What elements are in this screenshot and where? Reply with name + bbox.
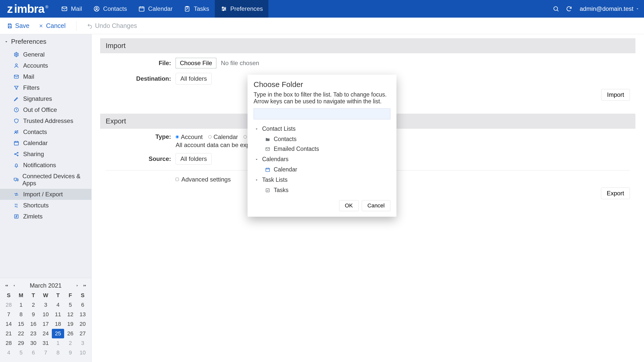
sidebar-item-out-of-office[interactable]: Out of Office: [0, 104, 91, 115]
sidebar-item-import-export[interactable]: Import / Export: [0, 189, 91, 200]
sidebar-item-contacts[interactable]: Contacts: [0, 126, 91, 138]
refresh-button[interactable]: [564, 3, 575, 14]
sidebar-item-filters[interactable]: Filters: [0, 82, 91, 93]
tab-contacts[interactable]: Contacts: [88, 0, 133, 18]
tab-preferences[interactable]: Preferences: [215, 0, 268, 18]
calendar-day[interactable]: 18: [52, 319, 64, 329]
ok-button[interactable]: OK: [339, 200, 359, 211]
tab-tasks[interactable]: Tasks: [178, 0, 215, 18]
sidebar-item-calendar[interactable]: Calendar: [0, 138, 91, 149]
calendar-prev-year[interactable]: [4, 283, 10, 289]
calendar-next-year[interactable]: [82, 283, 88, 289]
import-button[interactable]: Import: [601, 89, 630, 101]
calendar-day[interactable]: 23: [27, 329, 39, 338]
calendar-day[interactable]: 12: [64, 310, 76, 319]
calendar-day[interactable]: 7: [3, 310, 15, 319]
calendar-day[interactable]: 15: [15, 319, 27, 329]
calendar-day[interactable]: 28: [3, 338, 15, 348]
type-calendar-radio[interactable]: Calendar: [208, 133, 238, 141]
calendar-day[interactable]: 28: [3, 300, 15, 310]
calendar-day[interactable]: 9: [27, 310, 39, 319]
calendar-day[interactable]: 24: [39, 329, 52, 338]
tree-item[interactable]: Emailed Contacts: [254, 144, 388, 154]
source-chip[interactable]: All folders: [176, 153, 212, 165]
calendar-day[interactable]: 1: [15, 300, 27, 310]
calendar-day[interactable]: 29: [15, 338, 27, 348]
sidebar-item-connected-devices[interactable]: Connected Devices & Apps: [0, 171, 91, 189]
tree-item[interactable]: Contacts: [254, 134, 388, 144]
calendar-day[interactable]: 16: [27, 319, 39, 329]
calendar-day[interactable]: 26: [64, 329, 76, 338]
calendar-day[interactable]: 6: [76, 300, 89, 310]
choose-file-button[interactable]: Choose File: [176, 58, 216, 68]
advanced-settings-checkbox[interactable]: Advanced settings: [176, 176, 231, 183]
calendar-day[interactable]: 7: [39, 348, 52, 357]
sidebar-toggle[interactable]: Preferences: [0, 34, 91, 49]
calendar-day[interactable]: 21: [3, 329, 15, 338]
calendar-day[interactable]: 22: [15, 329, 27, 338]
calendar-day[interactable]: 10: [76, 348, 89, 357]
calendar-day[interactable]: 30: [27, 338, 39, 348]
type-account-radio[interactable]: Account: [176, 133, 203, 141]
tree-group[interactable]: Task Lists: [254, 174, 388, 185]
calendar-day[interactable]: 8: [15, 310, 27, 319]
export-button[interactable]: Export: [601, 188, 630, 199]
calendar-header: March 2021: [3, 280, 89, 291]
radio-input[interactable]: [176, 135, 179, 139]
calendar-day[interactable]: 5: [15, 348, 27, 357]
calendar-day[interactable]: 2: [27, 300, 39, 310]
sidebar-item-accounts[interactable]: Accounts: [0, 60, 91, 71]
calendar-day[interactable]: 14: [3, 319, 15, 329]
radio-input[interactable]: [244, 135, 247, 139]
sidebar-item-notifications[interactable]: Notifications: [0, 160, 91, 171]
calendar-day[interactable]: 2: [64, 338, 76, 348]
calendar-day[interactable]: 5: [64, 300, 76, 310]
calendar-day[interactable]: 4: [3, 348, 15, 357]
tab-calendar[interactable]: Calendar: [133, 0, 178, 18]
calendar-day[interactable]: 25: [52, 329, 64, 338]
calendar-day[interactable]: 17: [39, 319, 52, 329]
checkbox-input[interactable]: [176, 178, 179, 181]
save-button[interactable]: Save: [7, 22, 29, 29]
calendar-day[interactable]: 10: [39, 310, 52, 319]
cancel-button[interactable]: Cancel: [362, 200, 390, 211]
share-icon: [13, 151, 20, 157]
tree-group[interactable]: Contact Lists: [254, 123, 388, 134]
calendar-day[interactable]: 31: [39, 338, 52, 348]
calendar-day[interactable]: 3: [39, 300, 52, 310]
calendar-day[interactable]: 13: [76, 310, 89, 319]
cancel-button[interactable]: Cancel: [38, 22, 66, 29]
calendar-day[interactable]: 3: [76, 338, 89, 348]
sidebar-item-zimlets[interactable]: Zimlets: [0, 211, 91, 222]
sidebar-item-signatures[interactable]: Signatures: [0, 93, 91, 104]
sidebar-item-shortcuts[interactable]: Shortcuts: [0, 200, 91, 211]
tasks-icon: [184, 5, 191, 12]
calendar-day[interactable]: 27: [76, 329, 89, 338]
calendar-day[interactable]: 4: [52, 300, 64, 310]
calendar-next-month[interactable]: [74, 283, 80, 289]
sidebar-item-trusted-addresses[interactable]: Trusted Addresses: [0, 115, 91, 126]
calendar-prev-month[interactable]: [11, 283, 17, 289]
tree-group[interactable]: Calendars: [254, 154, 388, 165]
radio-input[interactable]: [208, 135, 212, 139]
tree-item[interactable]: Calendar: [254, 165, 388, 174]
calendar-day[interactable]: 9: [64, 348, 76, 357]
search-button[interactable]: [550, 3, 561, 14]
tree-group-label: Contact Lists: [262, 125, 296, 132]
sidebar-item-mail[interactable]: Mail: [0, 71, 91, 82]
calendar-day[interactable]: 11: [52, 310, 64, 319]
calendar-day[interactable]: 6: [27, 348, 39, 357]
calendar-day[interactable]: 20: [76, 319, 89, 329]
account-menu[interactable]: admin@domain.test: [580, 5, 639, 12]
sidebar-item-sharing[interactable]: Sharing: [0, 149, 91, 160]
tree-item[interactable]: Tasks: [254, 185, 388, 195]
calendar-day[interactable]: 8: [52, 348, 64, 357]
folder-filter-input[interactable]: [254, 108, 390, 119]
tab-mail[interactable]: Mail: [55, 0, 88, 18]
calendar-day[interactable]: 19: [64, 319, 76, 329]
destination-value: All folders: [180, 75, 207, 82]
undo-changes[interactable]: Undo Changes: [87, 22, 137, 29]
sidebar-item-general[interactable]: General: [0, 49, 91, 60]
destination-chip[interactable]: All folders: [176, 73, 212, 84]
calendar-day[interactable]: 1: [52, 338, 64, 348]
